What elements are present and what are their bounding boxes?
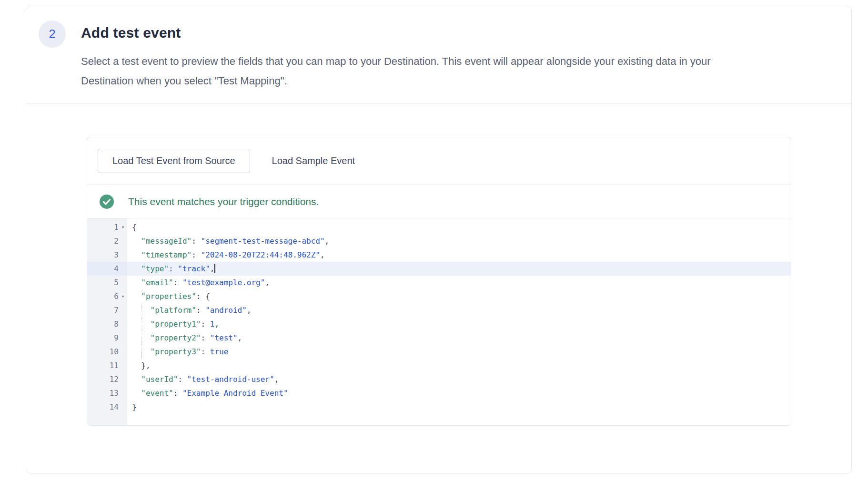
code-token: "email" xyxy=(141,278,173,287)
fold-arrow-icon[interactable]: ▾ xyxy=(119,220,127,234)
code-token: "userId" xyxy=(141,375,178,384)
line-number: 1 xyxy=(87,220,119,234)
code-line[interactable]: 2 "messageId": "segment-test-message-abc… xyxy=(87,234,791,248)
code-token xyxy=(132,237,141,246)
code-token: : xyxy=(201,319,210,329)
code-line-content[interactable]: } xyxy=(127,400,791,414)
gutter-cell: 5 xyxy=(87,276,127,289)
line-number: 10 xyxy=(87,345,119,359)
fold-arrow-icon[interactable]: ▾ xyxy=(119,289,127,303)
text-cursor xyxy=(214,264,215,273)
code-line-content[interactable]: { xyxy=(127,220,791,234)
code-token: : xyxy=(201,333,210,342)
code-line[interactable]: 6▾ "properties": { xyxy=(87,289,791,303)
code-line[interactable]: 8 "property1": 1, xyxy=(87,317,791,331)
code-line-content[interactable]: }, xyxy=(127,359,791,372)
json-editor[interactable]: 1▾{2 "messageId": "segment-test-message-… xyxy=(87,218,791,426)
gutter-cell: 8 xyxy=(87,317,127,331)
step-description-line1: Select a test event to preview the field… xyxy=(81,55,711,67)
gutter-cell: 2 xyxy=(87,234,127,248)
code-line[interactable]: 3 "timestamp": "2024-08-20T22:44:48.962Z… xyxy=(87,248,791,262)
load-test-event-button[interactable]: Load Test Event from Source xyxy=(98,149,250,173)
code-line-content[interactable]: "event": "Example Android Event" xyxy=(127,386,791,400)
code-token xyxy=(132,292,141,301)
code-line-content[interactable]: "timestamp": "2024-08-20T22:44:48.962Z", xyxy=(127,248,791,262)
line-number: 8 xyxy=(87,317,119,331)
gutter-cell: 13 xyxy=(87,386,127,400)
code-line[interactable]: 12 "userId": "test-android-user", xyxy=(87,372,791,386)
fold-spacer xyxy=(119,331,127,345)
line-number: 5 xyxy=(87,276,119,289)
code-token: : xyxy=(201,347,210,356)
code-token: } xyxy=(132,402,137,412)
json-editor-lines: 1▾{2 "messageId": "segment-test-message-… xyxy=(87,220,791,414)
code-line-content[interactable]: "properties": { xyxy=(127,289,791,303)
code-line[interactable]: 1▾{ xyxy=(87,220,791,234)
line-number: 6 xyxy=(87,289,119,303)
code-token: : xyxy=(173,278,182,287)
code-token: , xyxy=(325,237,330,246)
code-line[interactable]: 11 }, xyxy=(87,359,791,372)
code-token: , xyxy=(214,319,219,329)
add-test-event-card: 2 Add test event Select a test event to … xyxy=(26,6,852,473)
fold-spacer xyxy=(119,248,127,262)
code-token xyxy=(132,250,141,259)
fold-spacer xyxy=(119,345,127,359)
line-number: 11 xyxy=(87,359,119,372)
code-line[interactable]: 14} xyxy=(87,400,791,414)
line-number: 3 xyxy=(87,248,119,262)
code-line-content[interactable]: "email": "test@example.org", xyxy=(127,276,791,289)
gutter-cell: 3 xyxy=(87,248,127,262)
fold-spacer xyxy=(119,262,127,276)
code-token: "test" xyxy=(210,333,238,342)
code-line-content[interactable]: "type": "track", xyxy=(127,262,791,276)
code-token: "properties" xyxy=(141,292,196,301)
code-token: "type" xyxy=(141,264,169,273)
code-token xyxy=(132,333,151,342)
load-sample-event-button[interactable]: Load Sample Event xyxy=(261,149,367,173)
code-line-content[interactable]: "property1": 1, xyxy=(127,317,791,331)
event-source-toolbar: Load Test Event from Source Load Sample … xyxy=(87,137,791,185)
step-number-badge: 2 xyxy=(39,21,66,48)
code-line-content[interactable]: "platform": "android", xyxy=(127,303,791,317)
code-token: , xyxy=(238,333,242,342)
code-token: "test-android-user" xyxy=(187,375,274,384)
code-token: "messageId" xyxy=(141,237,192,246)
gutter-cell: 11 xyxy=(87,359,127,372)
code-line[interactable]: 9 "property2": "test", xyxy=(87,331,791,345)
code-token: : xyxy=(178,375,187,384)
code-token: "segment-test-message-abcd" xyxy=(201,237,325,246)
code-token: "test@example.org" xyxy=(182,278,265,287)
code-token xyxy=(132,306,151,315)
code-line[interactable]: 7 "platform": "android", xyxy=(87,303,791,317)
code-token xyxy=(132,389,141,398)
code-token: true xyxy=(210,347,229,356)
code-token: "2024-08-20T22:44:48.962Z" xyxy=(201,250,320,259)
code-line[interactable]: 13 "event": "Example Android Event" xyxy=(87,386,791,400)
code-line[interactable]: 5 "email": "test@example.org", xyxy=(87,276,791,289)
line-number: 9 xyxy=(87,331,119,345)
code-line[interactable]: 10 "property3": true xyxy=(87,345,791,359)
gutter-cell: 12 xyxy=(87,372,127,386)
code-line-content[interactable]: "userId": "test-android-user", xyxy=(127,372,791,386)
fold-spacer xyxy=(119,317,127,331)
line-number: 7 xyxy=(87,303,119,317)
gutter-cell: 7 xyxy=(87,303,127,317)
line-number: 2 xyxy=(87,234,119,248)
code-line-content[interactable]: "property2": "test", xyxy=(127,331,791,345)
code-token: : xyxy=(192,250,201,259)
line-number: 13 xyxy=(87,386,119,400)
gutter-cell: 4 xyxy=(87,262,127,276)
code-token: , xyxy=(320,250,325,259)
code-line-content[interactable]: "property3": true xyxy=(127,345,791,359)
code-token: "property3" xyxy=(151,347,201,356)
gutter-cell: 1▾ xyxy=(87,220,127,234)
code-line-content[interactable]: "messageId": "segment-test-message-abcd"… xyxy=(127,234,791,248)
step-description: Select a test event to preview the field… xyxy=(81,51,834,91)
code-line[interactable]: 4 "type": "track", xyxy=(87,262,791,276)
fold-spacer xyxy=(119,372,127,386)
page-title: Add test event xyxy=(81,22,181,43)
code-token: { xyxy=(132,223,137,232)
code-token xyxy=(132,278,141,287)
code-token: : xyxy=(192,237,201,246)
